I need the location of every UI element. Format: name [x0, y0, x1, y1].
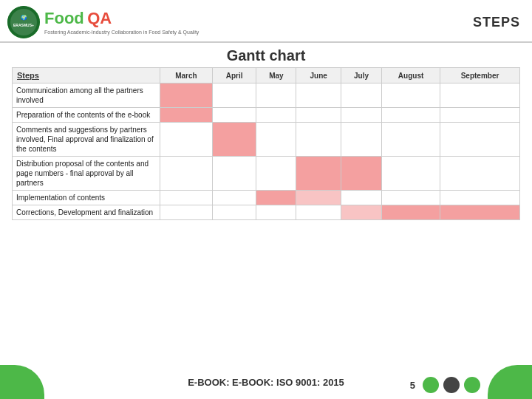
- gantt-cell: [296, 123, 341, 157]
- gantt-cell: [440, 108, 520, 123]
- col-header-august: August: [382, 68, 440, 83]
- gantt-cell: [256, 83, 296, 108]
- gantt-cell: [296, 191, 341, 205]
- gantt-cell: [440, 191, 520, 205]
- gantt-cell: [382, 157, 440, 191]
- step-label: Implementation of contents: [13, 191, 160, 205]
- gantt-cell: [382, 205, 440, 220]
- footer-decor-left: [0, 365, 44, 399]
- gantt-cell: [382, 123, 440, 157]
- qa-text: QA: [87, 9, 112, 27]
- footer: E-BOOK: E-BOOK: ISO 9001: 2015 5: [0, 365, 532, 399]
- gantt-cell: [296, 157, 341, 191]
- gantt-cell: [160, 157, 213, 191]
- gantt-cell: [160, 205, 213, 220]
- table-row: Communication among all the partners inv…: [13, 83, 520, 108]
- header: 🌍 ERASMUS+ Food QA Fostering Academic-In…: [0, 0, 532, 43]
- page-number: 5: [410, 380, 415, 391]
- col-header-may: May: [256, 68, 296, 83]
- gantt-cell: [256, 205, 296, 220]
- gantt-cell: [341, 191, 382, 205]
- table-row: Comments and suggestions by partners inv…: [13, 123, 520, 157]
- table-header-row: Steps March April May June July August S…: [13, 68, 520, 83]
- gantt-cell: [440, 157, 520, 191]
- footer-icon-2: [443, 377, 460, 393]
- gantt-cell: [341, 205, 382, 220]
- col-header-steps: Steps: [13, 68, 160, 83]
- step-label: Comments and suggestions by partners inv…: [13, 123, 160, 157]
- gantt-cell: [296, 108, 341, 123]
- gantt-cell: [341, 123, 382, 157]
- footer-icon-3: [464, 377, 480, 393]
- step-label: Preparation of the contents of the e-boo…: [13, 108, 160, 123]
- gantt-cell: [382, 83, 440, 108]
- gantt-cell: [296, 205, 341, 220]
- logo-area: 🌍 ERASMUS+ Food QA Fostering Academic-In…: [7, 6, 199, 38]
- gantt-cell: [160, 191, 213, 205]
- gantt-cell: [212, 205, 256, 220]
- steps-label: STEPS: [473, 15, 520, 30]
- gantt-cell: [212, 123, 256, 157]
- gantt-cell: [440, 83, 520, 108]
- gantt-cell: [341, 157, 382, 191]
- col-header-july: July: [341, 68, 382, 83]
- gantt-cell: [160, 83, 213, 108]
- col-header-june: June: [296, 68, 341, 83]
- title-area: Gantt chart: [0, 43, 532, 67]
- gantt-cell: [212, 108, 256, 123]
- food-text: Food: [44, 9, 84, 27]
- gantt-cell: [212, 191, 256, 205]
- svg-text:🌍: 🌍: [21, 14, 27, 21]
- gantt-cell: [440, 123, 520, 157]
- gantt-cell: [256, 157, 296, 191]
- page-title: Gantt chart: [0, 47, 532, 64]
- gantt-table: Steps March April May June July August S…: [12, 67, 520, 220]
- footer-text: E-BOOK: E-BOOK: ISO 9001: 2015: [188, 377, 344, 388]
- gantt-cell: [160, 123, 213, 157]
- table-row: Preparation of the contents of the e-boo…: [13, 108, 520, 123]
- table-row: Corrections, Development and finalizatio…: [13, 205, 520, 220]
- step-label: Corrections, Development and finalizatio…: [13, 205, 160, 220]
- gantt-cell: [212, 83, 256, 108]
- gantt-cell: [212, 157, 256, 191]
- svg-point-1: [10, 9, 37, 35]
- table-row: Implementation of contents: [13, 191, 520, 205]
- step-label: Communication among all the partners inv…: [13, 83, 160, 108]
- footer-icon-1: [423, 377, 439, 393]
- logo-circle-icon: 🌍 ERASMUS+: [7, 6, 40, 38]
- gantt-cell: [440, 205, 520, 220]
- gantt-cell: [296, 83, 341, 108]
- gantt-cell: [341, 83, 382, 108]
- food-qa-logo: Food QA Fostering Academic-Industry Coll…: [44, 9, 199, 35]
- gantt-cell: [382, 191, 440, 205]
- footer-icons: 5: [410, 377, 480, 393]
- col-header-september: September: [440, 68, 520, 83]
- footer-decor-right: [488, 365, 532, 399]
- gantt-cell: [256, 191, 296, 205]
- step-label: Distribution proposal of the contents an…: [13, 157, 160, 191]
- gantt-cell: [382, 108, 440, 123]
- logo-subtitle: Fostering Academic-Industry Collaboratio…: [44, 29, 199, 35]
- gantt-cell: [341, 108, 382, 123]
- table-row: Distribution proposal of the contents an…: [13, 157, 520, 191]
- col-header-april: April: [212, 68, 256, 83]
- svg-text:ERASMUS+: ERASMUS+: [13, 23, 34, 27]
- col-header-march: March: [160, 68, 213, 83]
- gantt-cell: [256, 123, 296, 157]
- gantt-cell: [160, 108, 213, 123]
- gantt-cell: [256, 108, 296, 123]
